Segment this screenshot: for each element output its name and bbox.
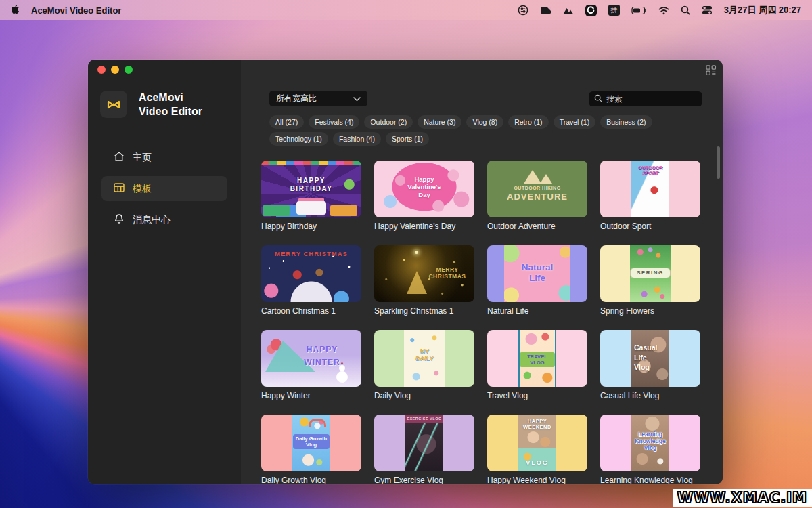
scrollbar-thumb[interactable]	[717, 146, 720, 179]
thumbnail-art	[600, 330, 700, 387]
watermark: WWW.XMAC.IM	[673, 489, 812, 507]
thumbnail-art	[374, 330, 474, 387]
template-thumbnail: Daily Growth Vlog	[261, 415, 361, 471]
templates-grid-icon	[113, 182, 125, 196]
thumbnail-art	[261, 330, 361, 387]
template-card[interactable]: SPRING Spring Flowers	[600, 245, 700, 316]
template-thumbnail: SPRING	[600, 245, 700, 302]
template-card[interactable]: EXERCISE VLOG Gym Exercise Vlog	[374, 415, 474, 484]
template-card[interactable]: MERRY CHRISTMAS Cartoon Christmas 1	[261, 245, 361, 316]
thumbnail-text: SPRING	[630, 268, 671, 278]
template-name: Sparkling Christmas 1	[374, 306, 474, 316]
thumbnail-text: Daily Growth Vlog	[293, 434, 330, 449]
template-name: Happy Weekend Vlog	[487, 475, 587, 484]
template-thumbnail: MERRY CHRISTMAS	[261, 245, 361, 302]
sidebar-nav: 主页 模板 消息中心	[88, 145, 241, 232]
zoom-button[interactable]	[125, 66, 133, 74]
filter-chip[interactable]: Fashion (4)	[333, 132, 381, 146]
template-name: Daily Vlog	[374, 391, 474, 400]
menu-bar-app-name[interactable]: AceMovi Video Editor	[31, 5, 121, 16]
home-icon	[113, 150, 125, 165]
apple-menu-icon[interactable]	[11, 4, 20, 16]
search-box[interactable]	[589, 91, 702, 106]
control-center-icon[interactable]	[702, 5, 713, 15]
thumbnail-art	[261, 245, 361, 302]
template-card[interactable]: MY DAILY Daily Vlog	[374, 330, 474, 400]
template-name: Natural Life	[487, 306, 587, 316]
battery-icon[interactable]	[631, 6, 647, 15]
template-thumbnail: HAPPY BIRTHDAY	[261, 161, 361, 217]
thumbnail-art	[487, 415, 587, 471]
template-card[interactable]: HAPPY WEEKEND VLOG Happy Weekend Vlog	[487, 415, 587, 484]
template-card[interactable]: HAPPY WINTER Happy Winter	[261, 330, 361, 400]
template-card[interactable]: Daily Growth Vlog Daily Growth Vlog	[261, 415, 361, 484]
template-card[interactable]: OUTDOOR SPORT Outdoor Sport	[600, 161, 700, 231]
template-name: Gym Exercise Vlog	[374, 475, 474, 484]
view-toggle-icon[interactable]	[706, 65, 717, 76]
thumbnail-text: HAPPY WEEKEND	[487, 418, 587, 430]
switches-circle-icon[interactable]	[518, 5, 528, 16]
aspect-ratio-dropdown[interactable]: 所有宽高比	[269, 91, 367, 106]
template-name: Learning Knowledge Vlog	[600, 475, 700, 484]
template-thumbnail: EXERCISE VLOG	[374, 415, 474, 471]
app-title: AceMovi Video Editor	[139, 90, 202, 119]
template-card[interactable]: OUTDOOR HIKING ADVENTURE Outdoor Adventu…	[487, 161, 587, 231]
template-name: Spring Flowers	[600, 306, 700, 316]
thumbnail-art	[487, 161, 587, 217]
template-thumbnail: Natural Life	[487, 245, 587, 302]
template-card[interactable]: Happy Valentine's Day Happy Valentine's …	[374, 161, 474, 231]
filter-chip[interactable]: Business (2)	[600, 115, 652, 129]
sidebar-item-home[interactable]: 主页	[102, 145, 227, 170]
filter-chip[interactable]: Festivals (4)	[309, 115, 359, 129]
thumbnail-art	[374, 415, 474, 471]
template-thumbnail: Learning Knowledge Vlog	[600, 415, 700, 471]
template-name: Travel Vlog	[487, 391, 587, 400]
sidebar-item-templates[interactable]: 模板	[102, 176, 227, 201]
filter-chip[interactable]: Vlog (8)	[466, 115, 503, 129]
filter-chip[interactable]: Outdoor (2)	[364, 115, 413, 129]
thumbnail-text: MERRY CHRISTMAS	[422, 266, 473, 280]
template-card[interactable]: TRAVEL VLOG Travel Vlog	[487, 330, 587, 400]
template-name: Outdoor Adventure	[487, 221, 587, 231]
thumbnail-subtext: VLOG	[487, 459, 587, 467]
template-card[interactable]: Learning Knowledge Vlog Learning Knowled…	[600, 415, 700, 484]
filter-chip[interactable]: Technology (1)	[269, 132, 328, 146]
filter-chip[interactable]: All (27)	[269, 115, 304, 129]
template-thumbnail: Casual Life Vlog	[600, 330, 700, 387]
pinyin-input-icon[interactable]: 拼	[608, 5, 620, 16]
template-card[interactable]: Casual Life Vlog Casual Life Vlog	[600, 330, 700, 400]
template-card[interactable]: MERRY CHRISTMAS Sparkling Christmas 1	[374, 245, 474, 316]
thumbnail-text: Happy Valentine's Day	[374, 175, 474, 198]
filter-chip[interactable]: Retro (1)	[508, 115, 548, 129]
close-button[interactable]	[97, 66, 106, 74]
thumbnail-text: HAPPY WINTER	[288, 343, 356, 369]
spotlight-search-icon[interactable]	[681, 5, 690, 15]
template-name: Happy Valentine's Day	[374, 221, 474, 231]
template-card[interactable]: HAPPY BIRTHDAY Happy Birthday	[261, 161, 361, 231]
sidebar: AceMovi Video Editor 主页 模板	[88, 60, 241, 484]
filter-chip[interactable]: Sports (1)	[386, 132, 429, 146]
display-mirroring-icon[interactable]	[540, 5, 551, 16]
template-name: Cartoon Christmas 1	[261, 306, 361, 316]
thumbnail-art	[374, 245, 474, 302]
template-name: Daily Growth Vlog	[261, 475, 361, 484]
mountains-icon[interactable]	[563, 5, 574, 15]
template-thumbnail: HAPPY WEEKEND VLOG	[487, 415, 587, 471]
app-record-icon[interactable]	[585, 5, 597, 16]
thumbnail-subtext: ADVENTURE	[487, 192, 587, 203]
search-input[interactable]	[606, 94, 694, 104]
thumbnail-art	[600, 161, 700, 217]
menu-bar: AceMovi Video Editor 拼	[0, 0, 812, 20]
thumbnail-text: MY DAILY	[374, 347, 474, 362]
sidebar-item-message-center[interactable]: 消息中心	[102, 207, 227, 232]
filter-chip[interactable]: Travel (1)	[554, 115, 596, 129]
toolbar: 所有宽高比	[269, 91, 702, 106]
menu-bar-clock[interactable]: 3月27日 周四 20:27	[724, 4, 801, 16]
minimize-button[interactable]	[111, 66, 119, 74]
template-card[interactable]: Natural Life Natural Life	[487, 245, 587, 316]
thumbnail-text: OUTDOOR SPORT	[600, 165, 700, 177]
filter-chip[interactable]: Nature (3)	[418, 115, 461, 129]
wifi-icon[interactable]	[658, 6, 669, 15]
thumbnail-art	[261, 415, 361, 471]
thumbnail-text: EXERCISE VLOG	[374, 417, 474, 421]
